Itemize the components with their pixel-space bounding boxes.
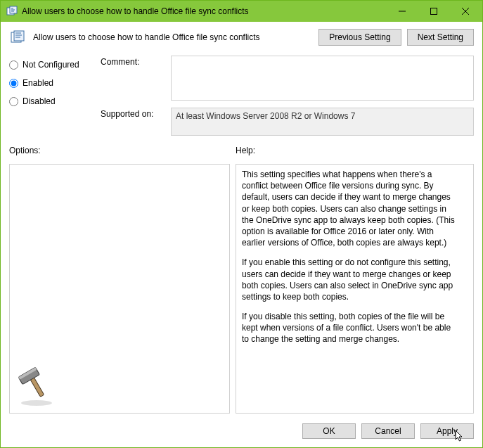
options-panel (9, 164, 230, 414)
section-labels: Options: Help: (9, 146, 474, 155)
top-grid: Not Configured Enabled Disabled Comment: (9, 56, 474, 136)
help-label: Help: (236, 146, 255, 155)
previous-setting-button[interactable]: Previous Setting (318, 29, 401, 46)
nav-buttons: Previous Setting Next Setting (318, 29, 474, 46)
radio-not-configured-input[interactable] (9, 60, 18, 70)
header-row: Allow users to choose how to handle Offi… (9, 29, 474, 50)
fields-column: Comment: Supported on: (101, 56, 474, 136)
policy-title: Allow users to choose how to handle Offi… (33, 32, 311, 42)
content-area: Allow users to choose how to handle Offi… (1, 22, 482, 447)
policy-icon (9, 29, 26, 46)
help-paragraph-2: If you enable this setting or do not con… (242, 257, 458, 302)
help-paragraph-1: This setting specifies what happens when… (242, 169, 458, 248)
supported-on-value (171, 108, 474, 136)
help-panel[interactable]: This setting specifies what happens when… (236, 164, 474, 414)
hammer-icon (15, 365, 58, 407)
radio-enabled[interactable]: Enabled (9, 78, 94, 88)
supported-label: Supported on: (101, 108, 161, 136)
comment-input[interactable] (171, 56, 474, 101)
svg-point-11 (21, 400, 52, 406)
svg-rect-3 (430, 8, 437, 15)
radio-not-configured[interactable]: Not Configured (9, 60, 94, 70)
panels-row: This setting specifies what happens when… (9, 164, 474, 414)
radio-disabled-input[interactable] (9, 97, 18, 106)
footer-buttons: OK Cancel Apply (9, 419, 474, 439)
help-paragraph-3: If you disable this setting, both copies… (242, 311, 458, 345)
radio-enabled-label: Enabled (22, 78, 53, 88)
next-setting-button[interactable]: Next Setting (407, 29, 474, 46)
titlebar[interactable]: Allow users to choose how to handle Offi… (1, 1, 482, 22)
options-label: Options: (9, 146, 236, 155)
comment-row: Comment: (101, 56, 474, 101)
radio-disabled-label: Disabled (22, 96, 56, 106)
comment-label: Comment: (101, 56, 161, 101)
radio-disabled[interactable]: Disabled (9, 96, 94, 106)
close-button[interactable] (449, 1, 481, 21)
apply-button[interactable]: Apply (420, 423, 474, 439)
maximize-button[interactable] (418, 1, 449, 21)
svg-rect-7 (14, 31, 24, 41)
radio-not-configured-label: Not Configured (22, 60, 79, 70)
radio-enabled-input[interactable] (9, 79, 18, 88)
window-title: Allow users to choose how to handle Offi… (22, 6, 386, 16)
state-radio-group: Not Configured Enabled Disabled (9, 56, 94, 136)
minimize-button[interactable] (386, 1, 418, 21)
supported-row: Supported on: (101, 108, 474, 136)
ok-button[interactable]: OK (302, 423, 356, 439)
app-icon (6, 6, 18, 17)
cancel-button[interactable]: Cancel (361, 423, 415, 439)
policy-editor-window: Allow users to choose how to handle Offi… (0, 0, 483, 448)
